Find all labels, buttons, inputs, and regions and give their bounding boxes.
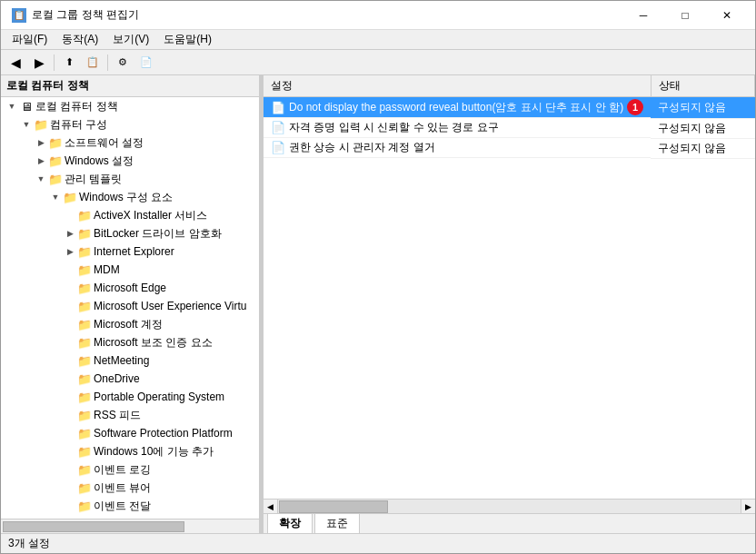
folder-icon: 📁 bbox=[77, 351, 92, 370]
list-item[interactable]: ▶ 📁 Microsoft 계정 bbox=[1, 315, 259, 333]
folder-icon: 📁 bbox=[77, 242, 92, 261]
tree-horizontal-scrollbar[interactable] bbox=[1, 519, 259, 533]
right-panel: 설정 상태 📄Do not display the password revea… bbox=[264, 75, 755, 533]
main-content: 로컬 컴퓨터 정책 ▼ 🖥 로컬 컴퓨터 정책 ▼ 📁 컴퓨터 구성 bbox=[1, 75, 755, 533]
row-icon: 📄 bbox=[271, 141, 285, 154]
minimize-button[interactable]: ─ bbox=[622, 1, 664, 30]
tab-extended[interactable]: 확장 bbox=[267, 513, 313, 533]
close-button[interactable]: ✕ bbox=[706, 1, 748, 30]
view-button[interactable]: 📄 bbox=[135, 53, 157, 73]
tree-panel: 로컬 컴퓨터 정책 ▼ 🖥 로컬 컴퓨터 정책 ▼ 📁 컴퓨터 구성 bbox=[1, 75, 260, 533]
expand-icon[interactable]: ▼ bbox=[5, 97, 19, 115]
tree-item-windows-components[interactable]: ▼ 📁 Windows 구성 요소 bbox=[1, 188, 259, 206]
folder-icon: 📁 bbox=[48, 170, 63, 188]
list-item[interactable]: ▶ 📁 이벤트 로깅 bbox=[1, 460, 259, 479]
list-item[interactable]: ▶ 📁 Internet Explorer bbox=[1, 242, 259, 261]
folder-icon: 📁 bbox=[77, 279, 92, 297]
tree-scroll[interactable]: ▼ 🖥 로컬 컴퓨터 정책 ▼ 📁 컴퓨터 구성 ▶ 📁 소 bbox=[1, 97, 259, 519]
window-title: 로컬 그룹 정책 편집기 bbox=[32, 7, 139, 23]
copy-button[interactable]: 📋 bbox=[82, 53, 104, 73]
list-item[interactable]: ▶ 📁 ActiveX Installer 서비스 bbox=[1, 206, 259, 224]
scroll-right-btn[interactable]: ▶ bbox=[741, 500, 755, 514]
list-item[interactable]: ▶ 📁 Microsoft 보조 인증 요소 bbox=[1, 333, 259, 351]
right-table[interactable]: 설정 상태 📄Do not display the password revea… bbox=[264, 75, 755, 499]
tree-item-computer[interactable]: ▼ 📁 컴퓨터 구성 bbox=[1, 115, 259, 134]
tree-label: RSS 피드 bbox=[92, 408, 141, 423]
right-horizontal-scrollbar[interactable]: ◀ ▶ bbox=[264, 499, 755, 513]
list-item[interactable]: ▶ 📁 BitLocker 드라이브 암호화 bbox=[1, 224, 259, 242]
list-item[interactable]: ▶ 📁 Microsoft Edge bbox=[1, 279, 259, 297]
folder-icon: 📁 bbox=[77, 497, 92, 515]
up-button[interactable]: ⬆ bbox=[58, 53, 80, 73]
table-row[interactable]: 📄Do not display the password reveal butt… bbox=[264, 97, 755, 119]
expand-icon[interactable]: ▼ bbox=[48, 188, 63, 206]
tree-label: ActiveX Installer 서비스 bbox=[92, 208, 207, 223]
toolbar-separator-2 bbox=[107, 54, 108, 71]
table-row[interactable]: 📄자격 증명 입력 시 신뢰할 수 있는 경로 요구구성되지 않음 bbox=[264, 118, 755, 138]
tree-label: Microsoft Edge bbox=[92, 282, 166, 294]
folder-icon: 📁 bbox=[77, 297, 92, 315]
settings-table: 설정 상태 📄Do not display the password revea… bbox=[264, 75, 755, 159]
tree-label: Microsoft User Experience Virtu bbox=[92, 300, 247, 312]
menu-action[interactable]: 동작(A) bbox=[55, 30, 105, 49]
setting-label: Do not display the password reveal butto… bbox=[289, 100, 623, 115]
folder-icon: 📁 bbox=[77, 460, 92, 479]
tree-label: Internet Explorer bbox=[92, 245, 174, 258]
list-item[interactable]: ▶ 📁 RSS 피드 bbox=[1, 406, 259, 424]
column-header-setting: 설정 bbox=[264, 75, 651, 97]
scroll-track[interactable] bbox=[278, 500, 741, 514]
scroll-left-btn[interactable]: ◀ bbox=[264, 500, 278, 514]
folder-icon: 📁 bbox=[77, 333, 92, 351]
back-button[interactable]: ◀ bbox=[5, 53, 26, 73]
list-item[interactable]: ▶ 📁 OneDrive bbox=[1, 370, 259, 388]
list-item[interactable]: ▶ 📁 Software Protection Platform bbox=[1, 424, 259, 442]
list-item[interactable]: ▶ 📁 NetMeeting bbox=[1, 351, 259, 370]
settings-button[interactable]: ⚙ bbox=[112, 53, 134, 73]
expand-icon[interactable]: ▼ bbox=[19, 115, 34, 134]
tree-label: 이벤트 전달 bbox=[92, 499, 151, 514]
tree-item-software[interactable]: ▶ 📁 소프트웨어 설정 bbox=[1, 134, 259, 152]
column-header-status: 상태 bbox=[651, 75, 754, 97]
tree-item-admin-templates[interactable]: ▼ 📁 관리 템플릿 bbox=[1, 170, 259, 188]
expand-icon[interactable]: ▼ bbox=[34, 170, 48, 188]
menu-file[interactable]: 파일(F) bbox=[5, 30, 55, 49]
status-cell: 구성되지 않음 bbox=[651, 97, 754, 119]
expand-icon[interactable]: ▶ bbox=[34, 134, 48, 152]
tree-label: 이벤트 로깅 bbox=[92, 462, 151, 478]
main-window: 📋 로컬 그룹 정책 편집기 ─ □ ✕ 파일(F) 동작(A) 보기(V) 도… bbox=[0, 0, 756, 554]
scroll-thumb[interactable] bbox=[279, 500, 388, 513]
tree-label: 컴퓨터 구성 bbox=[48, 117, 107, 133]
tree-root-label: 로컬 컴퓨터 정책 bbox=[6, 78, 89, 94]
scroll-thumb[interactable] bbox=[3, 521, 184, 532]
list-item[interactable]: ▶ 📁 이벤트 뷰어 bbox=[1, 479, 259, 497]
expand-icon[interactable]: ▶ bbox=[63, 242, 77, 261]
tree-item-root[interactable]: ▼ 🖥 로컬 컴퓨터 정책 bbox=[1, 97, 259, 115]
tree-label: Software Protection Platform bbox=[92, 427, 233, 440]
tab-bar: 확장 표준 bbox=[264, 513, 755, 533]
menu-view[interactable]: 보기(V) bbox=[105, 30, 156, 49]
tree-label: Windows 구성 요소 bbox=[77, 190, 173, 205]
folder-icon: 📁 bbox=[48, 134, 63, 152]
menu-bar: 파일(F) 동작(A) 보기(V) 도움말(H) bbox=[1, 30, 755, 50]
tree-label: Microsoft 계정 bbox=[92, 317, 163, 332]
tree-label: Windows 설정 bbox=[63, 153, 134, 169]
list-item[interactable]: ▶ 📁 MDM bbox=[1, 261, 259, 279]
list-item[interactable]: ▶ 📁 Microsoft User Experience Virtu bbox=[1, 297, 259, 315]
menu-help[interactable]: 도움말(H) bbox=[156, 30, 219, 49]
toolbar-separator-1 bbox=[54, 54, 55, 71]
expand-icon[interactable]: ▶ bbox=[34, 152, 48, 170]
title-bar: 📋 로컬 그룹 정책 편집기 ─ □ ✕ bbox=[1, 1, 755, 30]
list-item[interactable]: ▶ 📁 Portable Operating System bbox=[1, 388, 259, 406]
status-cell: 구성되지 않음 bbox=[651, 138, 754, 158]
tree-item-windows-settings[interactable]: ▶ 📁 Windows 설정 bbox=[1, 152, 259, 170]
setting-label: 자격 증명 입력 시 신뢰할 수 있는 경로 요구 bbox=[289, 120, 499, 135]
tree-panel-header: 로컬 컴퓨터 정책 bbox=[1, 75, 259, 97]
table-row[interactable]: 📄권한 상승 시 관리자 계정 열거구성되지 않음 bbox=[264, 138, 755, 158]
forward-button[interactable]: ▶ bbox=[28, 53, 50, 73]
maximize-button[interactable]: □ bbox=[664, 1, 706, 30]
list-item[interactable]: ▶ 📁 Windows 10에 기능 추가 bbox=[1, 442, 259, 460]
list-item[interactable]: ▶ 📁 이벤트 전달 bbox=[1, 497, 259, 515]
expand-icon[interactable]: ▶ bbox=[63, 224, 77, 242]
tab-standard[interactable]: 표준 bbox=[314, 513, 360, 533]
folder-icon: 🖥 bbox=[19, 97, 34, 115]
